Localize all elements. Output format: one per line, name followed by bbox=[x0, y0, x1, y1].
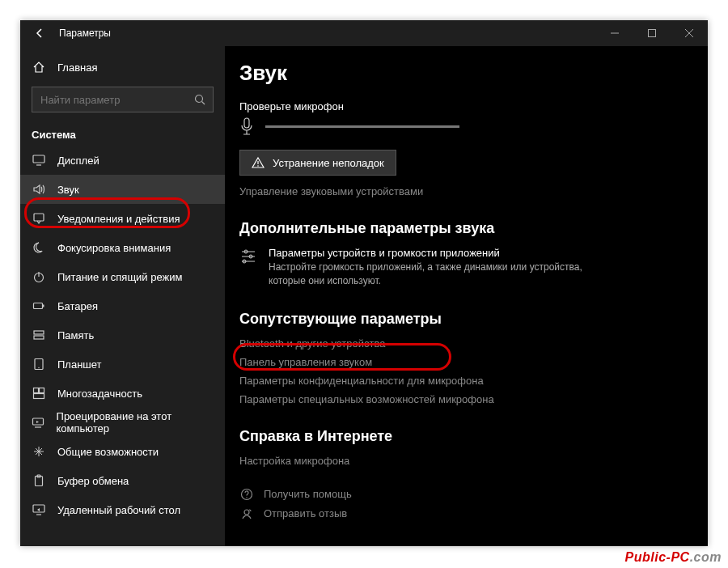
sidebar-item-4[interactable]: Питание и спящий режим bbox=[20, 262, 225, 291]
sidebar-item-label: Память bbox=[57, 329, 94, 341]
svg-point-2 bbox=[196, 95, 203, 103]
feedback-link[interactable]: Отправить отзыв bbox=[239, 507, 708, 520]
related-link-sound-panel[interactable]: Панель управления звуком bbox=[239, 356, 708, 368]
svg-rect-23 bbox=[244, 118, 249, 128]
svg-rect-1 bbox=[649, 30, 656, 37]
sidebar-item-12[interactable]: Удаленный рабочий стол bbox=[20, 495, 225, 524]
back-button[interactable] bbox=[20, 20, 59, 46]
sidebar-item-1[interactable]: Звук bbox=[20, 175, 225, 204]
sidebar-item-label: Проецирование на этот компьютер bbox=[57, 410, 214, 434]
mic-test-label: Проверьте микрофон bbox=[239, 100, 708, 112]
feedback-label: Отправить отзыв bbox=[264, 507, 347, 519]
focus-icon bbox=[32, 241, 46, 254]
project-icon bbox=[32, 416, 45, 429]
tablet-icon bbox=[32, 358, 46, 371]
help-icon bbox=[239, 488, 254, 501]
watermark: Public-PC.com bbox=[625, 550, 722, 565]
remote-icon bbox=[32, 503, 46, 516]
maximize-button[interactable] bbox=[633, 20, 671, 46]
settings-window: Параметры Главная bbox=[20, 20, 708, 546]
svg-rect-15 bbox=[34, 388, 39, 393]
search-icon bbox=[194, 94, 205, 105]
sidebar-item-label: Фокусировка внимания bbox=[57, 242, 171, 254]
sidebar-item-10[interactable]: Общие возможности bbox=[20, 437, 225, 466]
sidebar-item-3[interactable]: Фокусировка внимания bbox=[20, 233, 225, 262]
warning-icon bbox=[252, 156, 265, 169]
svg-rect-12 bbox=[34, 336, 44, 339]
sidebar-item-label: Многозадачность bbox=[57, 388, 142, 400]
related-link-mic-access[interactable]: Параметры специальных возможностей микро… bbox=[239, 393, 708, 405]
sidebar-item-0[interactable]: Дисплей bbox=[20, 146, 225, 175]
feedback-icon bbox=[239, 507, 254, 520]
sidebar-item-label: Питание и спящий режим bbox=[57, 271, 182, 283]
webhelp-heading: Справка в Интернете bbox=[239, 428, 708, 445]
display-icon bbox=[32, 154, 46, 167]
sidebar: Главная Система ДисплейЗвукУведомления и… bbox=[20, 46, 225, 546]
multitask-icon bbox=[32, 387, 46, 400]
svg-point-34 bbox=[244, 510, 249, 515]
sidebar-item-11[interactable]: Буфер обмена bbox=[20, 466, 225, 495]
sidebar-item-5[interactable]: Батарея bbox=[20, 291, 225, 320]
sidebar-section-title: Система bbox=[20, 121, 225, 146]
storage-icon bbox=[32, 329, 46, 341]
sidebar-item-label: Звук bbox=[57, 184, 79, 196]
svg-point-33 bbox=[246, 497, 247, 498]
minimize-button[interactable] bbox=[596, 20, 633, 46]
sidebar-item-6[interactable]: Память bbox=[20, 320, 225, 350]
svg-rect-6 bbox=[34, 214, 44, 221]
svg-rect-21 bbox=[33, 505, 44, 512]
troubleshoot-label: Устранение неполадок bbox=[273, 157, 384, 169]
related-link-bluetooth[interactable]: Bluetooth и другие устройства bbox=[239, 337, 708, 350]
related-links: Bluetooth и другие устройства Панель упр… bbox=[239, 337, 708, 405]
home-icon bbox=[32, 61, 46, 74]
sidebar-item-label: Удаленный рабочий стол bbox=[57, 504, 180, 516]
titlebar: Параметры bbox=[20, 20, 708, 46]
search-input[interactable] bbox=[32, 87, 214, 112]
app-volume-title: Параметры устройств и громкости приложен… bbox=[269, 247, 592, 259]
window-body: Главная Система ДисплейЗвукУведомления и… bbox=[20, 46, 708, 546]
svg-point-25 bbox=[257, 165, 259, 167]
get-help-label: Получить помощь bbox=[264, 488, 352, 500]
sidebar-item-8[interactable]: Многозадачность bbox=[20, 379, 225, 408]
watermark-part1: Public-PC bbox=[625, 550, 690, 564]
svg-rect-16 bbox=[40, 388, 44, 393]
window-title: Параметры bbox=[59, 28, 111, 39]
shared-icon bbox=[32, 445, 46, 458]
svg-rect-4 bbox=[33, 155, 44, 163]
sidebar-item-label: Общие возможности bbox=[57, 446, 159, 458]
sidebar-item-2[interactable]: Уведомления и действия bbox=[20, 204, 225, 233]
mic-test-row bbox=[239, 117, 708, 135]
clipboard-icon bbox=[32, 474, 46, 487]
sidebar-item-7[interactable]: Планшет bbox=[20, 350, 225, 379]
mic-level-bar bbox=[265, 125, 459, 128]
sidebar-item-label: Уведомления и действия bbox=[57, 213, 180, 225]
sidebar-item-label: Батарея bbox=[57, 300, 98, 312]
related-heading: Сопутствующие параметры bbox=[239, 311, 708, 328]
svg-rect-17 bbox=[34, 394, 44, 399]
notifications-icon bbox=[32, 212, 46, 225]
svg-rect-11 bbox=[34, 331, 44, 334]
watermark-part2: .com bbox=[690, 550, 722, 564]
sidebar-item-9[interactable]: Проецирование на этот компьютер bbox=[20, 408, 225, 437]
svg-line-3 bbox=[202, 102, 205, 105]
close-button[interactable] bbox=[671, 20, 708, 46]
svg-rect-10 bbox=[43, 305, 44, 307]
app-volume-link[interactable]: Параметры устройств и громкости приложен… bbox=[239, 247, 708, 288]
troubleshoot-button[interactable]: Устранение неполадок bbox=[239, 150, 396, 176]
window-controls bbox=[596, 20, 708, 46]
svg-rect-9 bbox=[34, 303, 43, 309]
related-link-mic-privacy[interactable]: Параметры конфиденциальности для микрофо… bbox=[239, 375, 708, 387]
app-volume-desc: Настройте громкость приложений, а также … bbox=[269, 261, 592, 288]
arrow-left-icon bbox=[34, 28, 45, 39]
get-help-link[interactable]: Получить помощь bbox=[239, 488, 708, 501]
webhelp-link[interactable]: Настройка микрофона bbox=[239, 455, 708, 467]
home-nav[interactable]: Главная bbox=[20, 53, 225, 82]
advanced-heading: Дополнительные параметры звука bbox=[239, 220, 708, 237]
manage-devices-link[interactable]: Управление звуковыми устройствами bbox=[239, 185, 708, 197]
sliders-icon bbox=[239, 247, 257, 288]
sound-icon bbox=[32, 183, 46, 196]
page-title: Звук bbox=[239, 61, 708, 86]
microphone-icon bbox=[239, 117, 254, 135]
content-area: Звук Проверьте микрофон Устранение непол… bbox=[225, 46, 708, 546]
sidebar-item-label: Буфер обмена bbox=[57, 475, 129, 487]
